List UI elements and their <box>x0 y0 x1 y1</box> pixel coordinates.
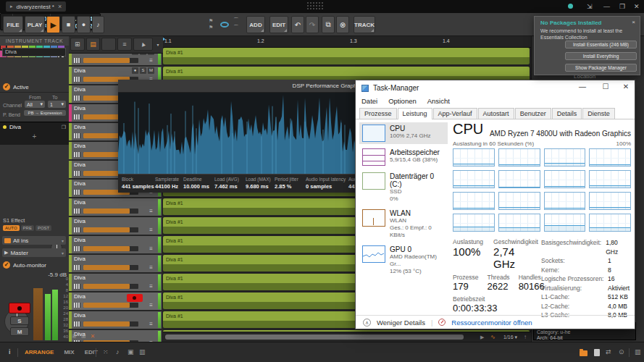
grid-view-icon[interactable]: ⊞ <box>70 38 85 51</box>
automation-grid-icon[interactable]: ∿ <box>490 334 495 340</box>
track-volume-bar[interactable] <box>83 321 138 327</box>
zoom-up-icon[interactable]: ↑ <box>524 334 527 340</box>
track-menu-icon[interactable]: ≡ <box>149 321 153 327</box>
follow-playhead-icon[interactable]: ▶ <box>480 334 484 340</box>
auto-button[interactable]: AUTO <box>3 225 20 231</box>
tm-maximize-icon[interactable]: ☐ <box>600 83 611 90</box>
blank-tool-icon[interactable] <box>101 38 116 51</box>
layers-icon[interactable]: ≡ <box>117 38 132 51</box>
tm-sidebar-item[interactable]: CPU100% 2,74 GHz <box>359 122 448 144</box>
device-item-diva[interactable]: Diva ❐ <box>0 122 69 132</box>
input-routing-dropdown[interactable]: All ins ▾ <box>2 236 66 245</box>
stop-button[interactable]: ■ <box>62 16 75 33</box>
track-solo-button[interactable]: S <box>10 316 29 325</box>
loop-icon[interactable] <box>220 22 229 28</box>
fade-icons[interactable]: ⌒⌒ <box>233 17 239 32</box>
notification-button[interactable]: Install Everything <box>565 52 637 60</box>
track-row[interactable]: Diva≡ <box>69 217 162 235</box>
inspector-toggle-icon[interactable]: i <box>9 348 11 355</box>
track-volume-bar[interactable] <box>83 246 138 251</box>
track-mute-button[interactable]: M <box>10 327 29 336</box>
project-close-icon[interactable]: × <box>58 3 62 10</box>
track-row[interactable]: Diva≡ <box>69 236 162 253</box>
track-menu-icon[interactable]: ≡ <box>149 209 153 214</box>
add-lane-icon[interactable]: ⊞ <box>81 333 86 340</box>
track-menu-icon[interactable]: ≡ <box>149 227 153 233</box>
tm-tab[interactable]: Details <box>552 108 582 119</box>
note-tool-icon[interactable]: ♪ <box>116 348 120 355</box>
track-volume-bar[interactable] <box>83 303 138 308</box>
track-menu-button[interactable]: TRACK <box>354 16 375 33</box>
tm-sidebar-item[interactable]: Datenträger 0 (C:)SSD0% <box>359 170 448 205</box>
browser-folder-icon[interactable] <box>580 350 587 356</box>
track-menu-icon[interactable]: ≡ <box>149 58 153 64</box>
channel-from-dropdown[interactable]: All▾ <box>25 101 45 108</box>
track-name-input[interactable]: Diva <box>2 48 66 56</box>
tm-tab[interactable]: App-Verlauf <box>433 108 477 119</box>
pointer-tool-icon[interactable]: ▲ <box>133 38 154 51</box>
minimize-icon[interactable]: — <box>603 3 610 10</box>
redo-button[interactable]: ↷ <box>306 16 319 33</box>
post-button[interactable]: POST <box>35 225 51 231</box>
pre-button[interactable]: PRE <box>21 225 34 231</box>
track-menu-icon[interactable]: ≡ <box>149 265 153 271</box>
mixer-strip-icon[interactable]: ▥ <box>139 348 146 355</box>
auto-monitor-toggle[interactable]: ✓ Auto-monitor <box>3 261 46 269</box>
track-row[interactable]: Diva≡ <box>69 255 162 272</box>
horizontal-scrollbar[interactable] <box>165 334 464 340</box>
mapping-icon[interactable]: ⇄ <box>606 348 611 355</box>
touch-icon[interactable]: ⊙ <box>619 348 624 355</box>
track-menu-icon[interactable]: ≡ <box>149 303 153 308</box>
close-icon[interactable]: ✕ <box>634 3 640 10</box>
grid-resolution-dropdown[interactable]: 1/16 ▾ <box>503 334 517 340</box>
active-toggle[interactable]: ✓ Active <box>3 83 29 90</box>
tm-close-icon[interactable]: ✕ <box>620 83 632 90</box>
notification-indicator-dot[interactable] <box>568 4 573 9</box>
tm-sidebar-item[interactable]: GPU 0AMD Radeon(TM) Gr...12% (53 °C) <box>359 243 448 277</box>
tm-menu-item[interactable]: Optionen <box>388 97 417 105</box>
file-menu-button[interactable]: FILE <box>3 16 23 33</box>
timeline-ruler[interactable]: 1.11.21.31.4 <box>163 36 531 48</box>
fullscreen-icon[interactable]: ⇲ <box>587 3 593 10</box>
track-volume-bar[interactable] <box>83 209 138 214</box>
track-record-armed-button[interactable] <box>127 294 143 302</box>
notification-close-icon[interactable]: × <box>632 19 635 25</box>
channel-to-dropdown[interactable]: 1▾ <box>48 101 66 108</box>
notification-button[interactable]: Install Essentials (246 MB) <box>565 41 637 49</box>
play-button[interactable]: ▶ <box>46 16 60 33</box>
overdub-button[interactable]: ♪ <box>92 16 104 33</box>
snap-settings-icon[interactable]: ⁙ <box>103 348 109 355</box>
track-record-arm-button[interactable] <box>9 303 30 313</box>
track-menu-icon[interactable]: ≡ <box>149 246 153 252</box>
add-device-button[interactable]: + <box>0 132 69 142</box>
view-toggle-mix[interactable]: MIX <box>64 349 74 355</box>
restore-icon[interactable]: ❐ <box>619 3 625 10</box>
view-toggle-arrange[interactable]: ARRANGE <box>25 349 54 355</box>
undo-button[interactable]: ↶ <box>291 16 304 33</box>
track-mute-button[interactable]: M <box>148 67 154 74</box>
track-menu-icon[interactable]: ≡ <box>149 284 153 290</box>
tm-sidebar-item[interactable]: Arbeitsspeicher5,9/15,4 GB (38%) <box>359 146 448 168</box>
clear-icon[interactable]: ✕ <box>90 333 95 340</box>
tm-menu-item[interactable]: Ansicht <box>427 97 450 105</box>
track-volume-bar[interactable] <box>83 265 138 270</box>
record-button[interactable]: ● <box>77 16 91 33</box>
track-row[interactable]: Diva≡ <box>69 311 162 329</box>
track-solo-button[interactable]: S <box>140 67 146 74</box>
tm-tab[interactable]: Prozesse <box>359 108 397 119</box>
detail-editor-icon[interactable]: ▣ <box>127 348 134 355</box>
file-browser-icon[interactable] <box>594 349 600 356</box>
punch-in-out-icons[interactable]: ⚑⚑ <box>209 17 213 30</box>
project-tab[interactable]: ▸ divaryzentest * × <box>6 1 66 12</box>
add-button[interactable]: ADD <box>246 16 265 33</box>
tm-tab[interactable]: Dienste <box>582 108 615 119</box>
tm-sidebar-item[interactable]: WLANWLANGes.: 0 Empf.: 0 KBit/s <box>359 207 448 241</box>
track-volume-bar[interactable] <box>83 284 138 289</box>
edit-menu-button[interactable]: EDIT <box>269 16 288 33</box>
mixer-panel-icon[interactable]: ▥ <box>635 348 641 355</box>
track-record-arm-button[interactable]: ● <box>132 67 138 74</box>
notification-button[interactable]: Show Package Manager <box>565 64 637 72</box>
track-view-icon[interactable]: ▤ <box>86 38 101 51</box>
track-row[interactable]: Diva≡ <box>69 198 162 216</box>
clip[interactable]: Diva #1 <box>163 48 530 65</box>
